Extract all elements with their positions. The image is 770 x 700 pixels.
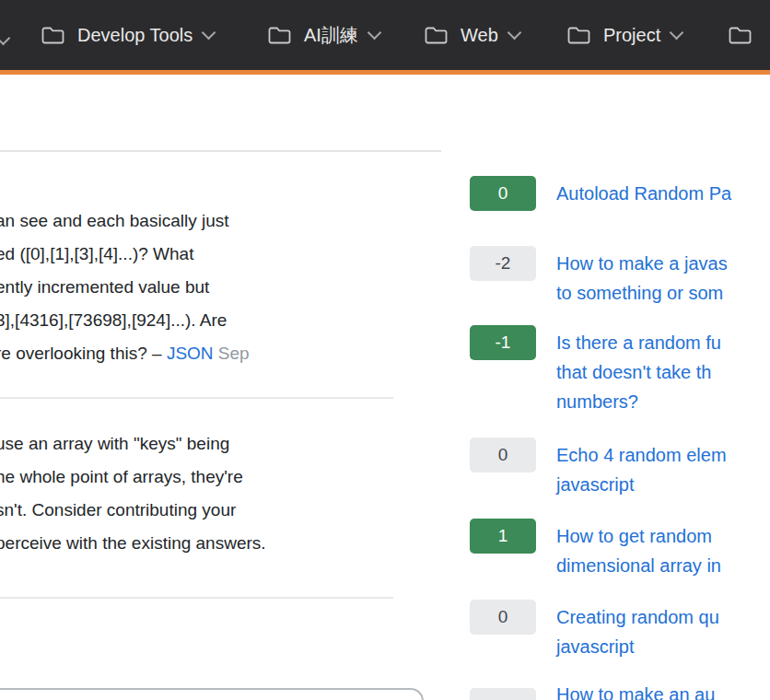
chevron-down-icon[interactable]: [0, 31, 10, 46]
related-question-link[interactable]: Creating random qu: [556, 602, 719, 632]
bookmark-folder-develop-tools[interactable]: Develop Tools: [41, 0, 214, 70]
comment-divider: [0, 597, 393, 599]
bookmark-folder-partial[interactable]: [728, 0, 752, 70]
bookmark-folder-project[interactable]: Project: [566, 0, 682, 70]
comment-text-line: 3],[4316],[73698],[924]...). Are: [0, 304, 227, 337]
chevron-down-icon: [670, 25, 684, 40]
bookmark-label: Develop Tools: [77, 25, 192, 46]
add-comment-input[interactable]: [0, 688, 424, 700]
top-accent-bar: [0, 70, 770, 75]
comment-text-line: sn't. Consider contributing your: [0, 494, 236, 527]
vote-badge: 1: [470, 519, 536, 554]
chevron-down-icon: [202, 25, 216, 40]
vote-badge: 0: [470, 600, 536, 635]
vote-badge: 0: [470, 176, 536, 211]
comment-text-line: he whole point of arrays, they're: [0, 461, 243, 494]
comment-text-line: re overlooking this? – JSON Sep: [0, 337, 250, 370]
bookmark-label: AI訓練: [304, 23, 358, 48]
bookmark-label: Web: [461, 25, 498, 46]
section-divider: [0, 150, 441, 152]
comment-text-line: ently incremented value but: [0, 271, 209, 304]
related-question-link[interactable]: How to make an au: [556, 680, 715, 700]
folder-icon: [267, 25, 292, 45]
chevron-down-icon: [507, 25, 521, 40]
comment-text-line: an see and each basically just: [0, 204, 229, 238]
related-question-link[interactable]: Autoload Random Pa: [556, 179, 731, 208]
folder-icon: [424, 25, 449, 45]
chevron-down-icon: [368, 25, 382, 40]
vote-badge: 0: [470, 438, 536, 472]
related-question-link[interactable]: to something or som: [556, 278, 723, 308]
comment-divider: [0, 397, 393, 399]
bookmark-folder-web[interactable]: Web: [424, 0, 519, 70]
comment-author-link[interactable]: JSON: [167, 344, 214, 363]
bookmark-label: Project: [603, 25, 660, 46]
folder-icon: [41, 25, 65, 45]
comment-text-line: ed ([0],[1],[3],[4]...)? What: [0, 238, 193, 271]
page: { "bookmarks_bar": { "items": [ { "label…: [0, 0, 770, 700]
related-question-link[interactable]: Echo 4 random elem: [556, 440, 727, 470]
bookmark-folder-ai-training[interactable]: AI訓練: [267, 0, 379, 70]
related-question-link[interactable]: How to make a javas: [556, 249, 728, 278]
folder-icon: [728, 25, 752, 45]
related-question-link[interactable]: Is there a random fu: [556, 328, 721, 357]
vote-badge: -2: [470, 246, 536, 281]
folder-icon: [566, 25, 591, 45]
comment-text-line: use an array with "keys" being: [0, 427, 229, 461]
related-question-link[interactable]: javascript: [556, 470, 634, 499]
vote-badge: [470, 688, 536, 700]
related-question-link[interactable]: that doesn't take th: [556, 357, 711, 387]
related-question-link[interactable]: How to get random: [556, 521, 712, 551]
comment-text: re overlooking this? –: [0, 344, 167, 363]
comment-timestamp: Sep: [214, 344, 250, 363]
related-question-link[interactable]: javascript: [556, 632, 634, 661]
bookmarks-bar: Develop Tools AI訓練 Web Project: [0, 0, 770, 70]
comment-text-line: perceive with the existing answers.: [0, 527, 266, 560]
vote-badge: -1: [470, 325, 536, 360]
related-question-link[interactable]: dimensional array in: [556, 551, 721, 580]
related-question-link[interactable]: numbers?: [556, 387, 638, 416]
